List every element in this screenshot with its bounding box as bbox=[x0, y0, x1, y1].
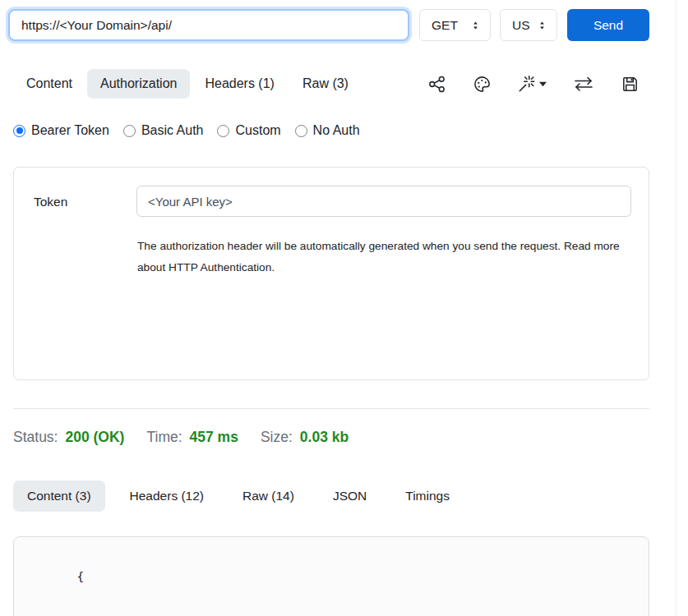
radio-custom[interactable]: Custom bbox=[217, 123, 280, 138]
section-divider bbox=[13, 408, 649, 409]
select-spinner-icon bbox=[470, 20, 481, 31]
magic-wand-icon[interactable] bbox=[518, 75, 547, 93]
response-tabs: Content (3) Headers (12) Raw (14) JSON T… bbox=[13, 480, 474, 512]
response-body: { "message": "API running." } bbox=[13, 536, 649, 616]
palette-icon[interactable] bbox=[473, 75, 492, 94]
request-tabs: Content Authorization Headers (1) Raw (3… bbox=[13, 69, 363, 99]
code-line: { bbox=[34, 546, 649, 608]
response-summary: Status: 200 (OK) Time: 457 ms Size: 0.03… bbox=[13, 429, 371, 446]
chevron-down-icon bbox=[539, 80, 547, 87]
auth-panel: Token The authorization header will be a… bbox=[13, 167, 649, 380]
tab-response-headers[interactable]: Headers (12) bbox=[116, 480, 218, 512]
share-icon[interactable] bbox=[427, 75, 446, 94]
url-input[interactable] bbox=[8, 9, 409, 41]
code-line: "message": "API running." bbox=[34, 608, 649, 616]
radio-selected-icon bbox=[13, 125, 25, 137]
tab-response-content[interactable]: Content (3) bbox=[13, 480, 105, 512]
method-select-value: GET bbox=[432, 18, 458, 33]
region-select[interactable]: US bbox=[500, 9, 557, 41]
tab-content[interactable]: Content bbox=[13, 69, 85, 99]
tab-response-json[interactable]: JSON bbox=[319, 480, 381, 512]
radio-icon bbox=[295, 125, 307, 137]
size-value: 0.03 kb bbox=[300, 429, 349, 446]
token-input[interactable] bbox=[136, 186, 631, 217]
tab-raw[interactable]: Raw (3) bbox=[289, 69, 362, 99]
size-label: Size: bbox=[261, 429, 293, 446]
page-right-border bbox=[676, 0, 676, 616]
radio-icon bbox=[217, 125, 229, 137]
region-select-value: US bbox=[512, 18, 530, 33]
time-label: Time: bbox=[146, 429, 182, 446]
request-toolbar bbox=[427, 72, 640, 95]
token-label: Token bbox=[34, 195, 67, 209]
time-value: 457 ms bbox=[190, 429, 238, 446]
auth-type-options: Bearer Token Basic Auth Custom No Auth bbox=[13, 123, 374, 138]
status-label: Status: bbox=[13, 429, 58, 446]
send-button[interactable]: Send bbox=[567, 9, 649, 41]
auth-helper-text: The authorization header will be automat… bbox=[137, 236, 629, 278]
tab-headers[interactable]: Headers (1) bbox=[192, 69, 287, 99]
radio-bearer-token[interactable]: Bearer Token bbox=[13, 123, 109, 138]
radio-basic-auth[interactable]: Basic Auth bbox=[123, 123, 204, 138]
tab-response-raw[interactable]: Raw (14) bbox=[229, 480, 308, 512]
api-client-page: GET US Send Content Authorization Header… bbox=[0, 0, 688, 616]
save-icon[interactable] bbox=[621, 75, 640, 94]
select-spinner-icon bbox=[537, 20, 547, 31]
status-value: 200 (OK) bbox=[65, 429, 124, 446]
tab-authorization[interactable]: Authorization bbox=[87, 69, 190, 99]
radio-icon bbox=[123, 125, 136, 137]
tab-response-timings[interactable]: Timings bbox=[391, 480, 464, 512]
method-select[interactable]: GET bbox=[419, 9, 491, 41]
swap-arrows-icon[interactable] bbox=[573, 75, 594, 93]
radio-no-auth[interactable]: No Auth bbox=[295, 123, 360, 138]
